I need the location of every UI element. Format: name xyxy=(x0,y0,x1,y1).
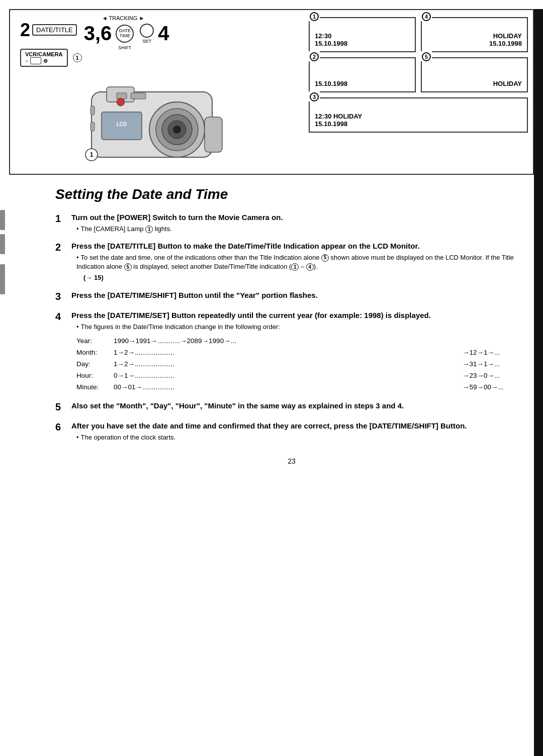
step-5-num: 5 xyxy=(55,400,67,413)
order-day: Day: 1→2→..................... →31→1→... xyxy=(76,359,528,370)
content-section: Setting the Date and Time 1 Turn out the… xyxy=(0,175,543,490)
svg-rect-9 xyxy=(131,93,146,99)
screen-1-line2: 15.10.1998 xyxy=(315,40,410,47)
order-month: Month: 1→2→..................... →12→1→.… xyxy=(76,347,528,359)
set-label: SET xyxy=(143,39,152,44)
circle-num-1-vcr: 1 xyxy=(73,53,82,62)
camera-area: 2 DATE/TITLE ◄ TRACKING ► 3,6 DATETIME xyxy=(10,10,304,174)
screen-5-content: HOLIDAY xyxy=(427,80,522,87)
day-arrow: →31→1→... xyxy=(463,359,528,370)
step-3-main: Press the [DATE/TIME/SHIFT] Button until… xyxy=(71,290,528,300)
order-table: Year: 1990→1991→............→2089→1990→.… xyxy=(71,336,528,393)
screen-2-content: 15.10.1998 xyxy=(315,80,410,87)
screen-num-2: 2 xyxy=(309,51,320,61)
step-2: 2 Press the [DATE/TITLE] Button to make … xyxy=(55,241,528,283)
shift-label: SHIFT xyxy=(118,45,131,50)
screen-5: 5 HOLIDAY xyxy=(421,57,528,92)
month-label: Month: xyxy=(76,347,112,359)
hour-values: 0→1→..................... xyxy=(114,370,461,382)
camera-drawing: 1 LCD xyxy=(15,72,299,162)
minute-label: Minute: xyxy=(76,382,112,393)
step-2-note-1: To set the date and time, one of the ind… xyxy=(71,253,528,271)
svg-point-5 xyxy=(173,126,181,134)
step-3: 3 Press the [DATE/TIME/SHIFT] Button unt… xyxy=(55,290,528,303)
step-6: 6 After you have set the date and time a… xyxy=(55,420,528,442)
step-2-main: Press the [DATE/TITLE] Button to make th… xyxy=(71,241,528,251)
screen-2: 2 15.10.1998 xyxy=(309,57,416,92)
step-5: 5 Also set the "Month", "Day", "Hour", "… xyxy=(55,400,528,413)
day-label: Day: xyxy=(76,359,112,370)
day-values: 1→2→..................... xyxy=(114,359,461,370)
step-2-content: Press the [DATE/TITLE] Button to make th… xyxy=(71,241,528,283)
order-minute: Minute: 00→01→................. →59→00→.… xyxy=(76,382,528,393)
date-time-circle: DATETIME SHIFT xyxy=(116,25,134,43)
step-6-num: 6 xyxy=(55,420,67,434)
page: 2 DATE/TITLE ◄ TRACKING ► 3,6 DATETIME xyxy=(0,9,543,756)
svg-rect-7 xyxy=(205,117,222,152)
step-1: 1 Turn out the [POWER] Switch to turn th… xyxy=(55,212,528,234)
number-4: 4 xyxy=(158,22,169,45)
screen-4: 4 HOLIDAY 15.10.1998 xyxy=(421,17,528,52)
month-arrow: →12→1→... xyxy=(463,347,528,359)
step-6-note-1: The operation of the clock starts. xyxy=(71,433,528,442)
screen-num-3: 3 xyxy=(309,91,320,101)
tracking-label: ◄ TRACKING ► xyxy=(102,15,145,21)
controls-row: 2 DATE/TITLE ◄ TRACKING ► 3,6 DATETIME xyxy=(15,15,299,45)
step-4-note-1: The figures in the Date/Time Indication … xyxy=(71,322,528,332)
circle-btn: DATETIME xyxy=(116,25,134,43)
screen-num-5: 5 xyxy=(421,51,432,61)
step-6-content: After you have set the date and time and… xyxy=(71,420,528,442)
svg-text:1: 1 xyxy=(90,151,94,158)
number-36: 3,6 xyxy=(84,22,112,45)
number-2: 2 xyxy=(20,20,30,41)
left-margin xyxy=(15,186,45,475)
hour-arrow: →23→0→... xyxy=(463,370,528,382)
screen-4-line1: HOLIDAY xyxy=(427,32,522,40)
btn-label-datetme: DATETIME xyxy=(119,29,131,39)
step-5-main: Also set the "Month", "Day", "Hour", "Mi… xyxy=(71,400,528,411)
step-3-num: 3 xyxy=(55,290,67,303)
screen-num-4: 4 xyxy=(421,11,432,21)
svg-text:LCD: LCD xyxy=(117,122,127,127)
screen-1-content: 12:30 15.10.1998 xyxy=(315,32,410,47)
year-values: 1990→1991→............→2089→1990→... xyxy=(114,336,528,347)
camera-svg: 1 LCD xyxy=(76,72,237,162)
step-1-num: 1 xyxy=(55,212,67,225)
svg-rect-13 xyxy=(90,106,95,115)
step-6-main: After you have set the date and time and… xyxy=(71,420,528,431)
screen-3-content: 12:30 HOLIDAY 15.10.1998 xyxy=(315,113,522,128)
screen-3-line2: 15.10.1998 xyxy=(315,120,522,128)
screen-3-line1: 12:30 HOLIDAY xyxy=(315,113,522,120)
step-1-note-1: The [CAMERA] Lamp 1 lights. xyxy=(71,225,528,234)
step-4-main: Press the [DATE/TIME/SET] Button repeate… xyxy=(71,310,528,320)
screen-1-line1: 12:30 xyxy=(315,32,410,40)
hour-label: Hour: xyxy=(76,370,112,382)
month-values: 1→2→..................... xyxy=(114,347,461,359)
screen-1: 1 12:30 15.10.1998 xyxy=(309,17,416,52)
minute-arrow: →59→00→... xyxy=(463,382,528,393)
order-year: Year: 1990→1991→............→2089→1990→.… xyxy=(76,336,528,347)
screen-num-1: 1 xyxy=(309,11,320,21)
screen-4-content: HOLIDAY 15.10.1998 xyxy=(427,32,522,47)
svg-rect-14 xyxy=(90,122,95,131)
vcr-camera-box: VCR/CAMERA ○ ⚙ xyxy=(20,49,68,67)
step-4-num: 4 xyxy=(55,310,67,323)
step-4-content: Press the [DATE/TIME/SET] Button repeate… xyxy=(71,310,528,393)
date-time-btn-group: DATETIME SHIFT xyxy=(116,25,134,43)
right-sidebar-bar xyxy=(534,9,543,756)
left-marks xyxy=(0,210,11,298)
minute-values: 00→01→................. xyxy=(114,382,461,393)
svg-point-10 xyxy=(117,98,125,106)
screen-2-line1: 15.10.1998 xyxy=(315,80,410,87)
screen-5-line1: HOLIDAY xyxy=(427,80,522,87)
diagram-section: 2 DATE/TITLE ◄ TRACKING ► 3,6 DATETIME xyxy=(9,9,534,175)
year-label: Year: xyxy=(76,336,112,347)
step-2-arrow-ref: (→ 15) xyxy=(71,273,528,283)
tracking-group: ◄ TRACKING ► 3,6 DATETIME SHIFT xyxy=(84,15,169,45)
screen-4-line2: 15.10.1998 xyxy=(427,40,522,47)
screen-3: 3 12:30 HOLIDAY 15.10.1998 xyxy=(309,97,528,133)
set-btn-group: SET xyxy=(140,24,154,44)
date-title-btn: DATE/TITLE xyxy=(32,24,77,36)
step-4: 4 Press the [DATE/TIME/SET] Button repea… xyxy=(55,310,528,393)
order-hour: Hour: 0→1→..................... →23→0→..… xyxy=(76,370,528,382)
